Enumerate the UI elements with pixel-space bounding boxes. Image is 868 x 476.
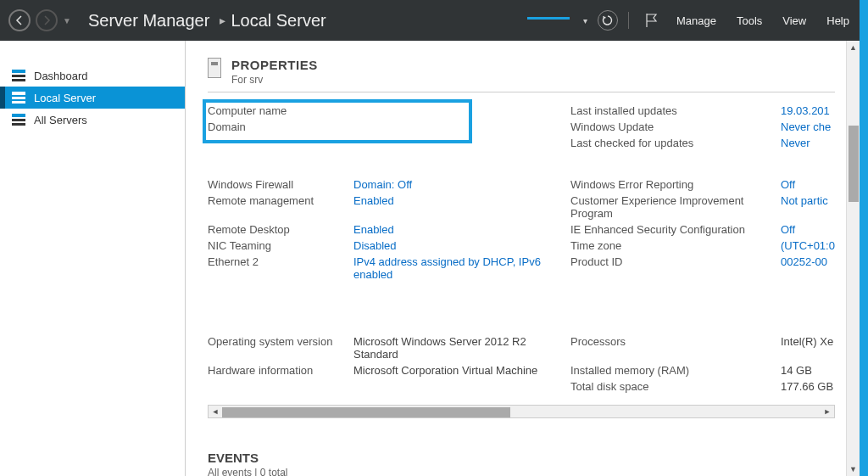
- last-checked-label: Last checked for updates: [570, 137, 781, 149]
- disk-label: Total disk space: [570, 380, 781, 393]
- windows-update-label: Windows Update: [570, 120, 781, 133]
- window-right-edge: [860, 0, 868, 476]
- properties-title: PROPERTIES: [231, 58, 860, 72]
- refresh-icon[interactable]: [598, 10, 618, 31]
- all-servers-icon: [12, 114, 25, 126]
- properties-panel: Computer name Last installed updates 19.…: [208, 92, 835, 427]
- breadcrumb-separator-icon: ▸: [220, 14, 225, 27]
- domain-value[interactable]: [353, 120, 570, 133]
- disk-value: 177.66 GB: [781, 380, 835, 393]
- dashboard-icon: [12, 70, 25, 81]
- main-content: ▲ ▼ PROPERTIES For srv TASKS ▼: [186, 41, 860, 476]
- horizontal-scrollbar[interactable]: ◄ ►: [208, 405, 835, 418]
- local-server-icon: [12, 92, 25, 104]
- ethernet-value[interactable]: IPv4 address assigned by DHCP, IPv6 enab…: [353, 255, 570, 281]
- last-installed-value[interactable]: 19.03.201: [781, 104, 835, 117]
- breadcrumb-app[interactable]: Server Manager: [88, 11, 209, 31]
- events-title: EVENTS: [208, 451, 860, 465]
- properties-subtitle: For srv: [231, 74, 860, 86]
- domain-label: Domain: [208, 120, 353, 133]
- remote-mgmt-value[interactable]: Enabled: [353, 194, 570, 220]
- timezone-value[interactable]: (UTC+01:0: [781, 239, 835, 252]
- ceip-value[interactable]: Not partic: [781, 194, 835, 220]
- firewall-label: Windows Firewall: [208, 178, 353, 191]
- sidebar-item-label: Local Server: [34, 92, 96, 104]
- menu-tools[interactable]: Tools: [737, 14, 762, 27]
- ceip-label: Customer Experience Improvement Program: [570, 194, 781, 220]
- product-id-value[interactable]: 00252-00: [781, 255, 835, 281]
- remote-desktop-label: Remote Desktop: [208, 223, 353, 236]
- events-subtitle: All events | 0 total: [208, 467, 860, 476]
- history-dropdown-icon[interactable]: ▼: [63, 16, 71, 25]
- ram-label: Installed memory (RAM): [570, 364, 781, 377]
- last-installed-label: Last installed updates: [570, 104, 781, 117]
- windows-update-value[interactable]: Never che: [781, 120, 835, 133]
- sidebar-item-local-server[interactable]: Local Server: [0, 87, 185, 109]
- header-separator: [628, 12, 629, 29]
- vertical-scrollbar[interactable]: ▲ ▼: [846, 41, 860, 476]
- error-reporting-value[interactable]: Off: [781, 178, 835, 191]
- remote-mgmt-label: Remote management: [208, 194, 353, 220]
- scroll-thumb[interactable]: [849, 126, 859, 202]
- forward-button: [36, 9, 58, 31]
- ethernet-label: Ethernet 2: [208, 255, 353, 281]
- back-button[interactable]: [8, 9, 31, 31]
- product-id-label: Product ID: [570, 255, 781, 281]
- remote-desktop-value[interactable]: Enabled: [353, 223, 570, 236]
- breadcrumb-page[interactable]: Local Server: [231, 11, 326, 31]
- sidebar-item-label: All Servers: [34, 114, 87, 126]
- sidebar-item-dashboard[interactable]: Dashboard: [0, 64, 185, 87]
- proc-value: Intel(R) Xe: [781, 335, 835, 361]
- proc-label: Processors: [570, 335, 781, 361]
- computer-name-label: Computer name: [208, 104, 353, 117]
- dash-dropdown-icon[interactable]: ▾: [583, 16, 587, 25]
- os-label: Operating system version: [208, 335, 353, 361]
- menu-view[interactable]: View: [782, 14, 806, 27]
- timezone-label: Time zone: [570, 239, 781, 252]
- ie-esc-value[interactable]: Off: [781, 223, 835, 236]
- ie-esc-label: IE Enhanced Security Configuration: [570, 223, 781, 236]
- sidebar-item-label: Dashboard: [34, 70, 88, 82]
- hw-value: Microsoft Corporation Virtual Machine: [353, 364, 570, 377]
- sidebar-item-all-servers[interactable]: All Servers: [0, 109, 185, 131]
- header-bar: ▼ Server Manager ▸ Local Server ▾ Manage…: [0, 0, 860, 41]
- ram-value: 14 GB: [781, 364, 835, 377]
- progress-accent: [527, 17, 570, 20]
- notifications-flag-icon[interactable]: [644, 13, 658, 28]
- os-value: Microsoft Windows Server 2012 R2 Standar…: [353, 335, 570, 361]
- menu-manage[interactable]: Manage: [676, 14, 716, 27]
- nic-teaming-value[interactable]: Disabled: [353, 239, 570, 252]
- hw-label: Hardware information: [208, 364, 353, 377]
- last-checked-value[interactable]: Never: [781, 137, 835, 149]
- scroll-left-icon[interactable]: ◄: [209, 406, 222, 417]
- scroll-right-icon[interactable]: ►: [821, 406, 834, 417]
- menu-help[interactable]: Help: [826, 14, 849, 27]
- hscroll-thumb[interactable]: [222, 407, 510, 417]
- computer-name-value[interactable]: [353, 104, 570, 117]
- sidebar: Dashboard Local Server All Servers: [0, 41, 185, 476]
- firewall-value[interactable]: Domain: Off: [353, 178, 570, 191]
- scroll-down-icon[interactable]: ▼: [847, 462, 860, 476]
- server-icon: [208, 58, 221, 78]
- error-reporting-label: Windows Error Reporting: [570, 178, 781, 191]
- nic-teaming-label: NIC Teaming: [208, 239, 353, 252]
- scroll-up-icon[interactable]: ▲: [847, 41, 860, 54]
